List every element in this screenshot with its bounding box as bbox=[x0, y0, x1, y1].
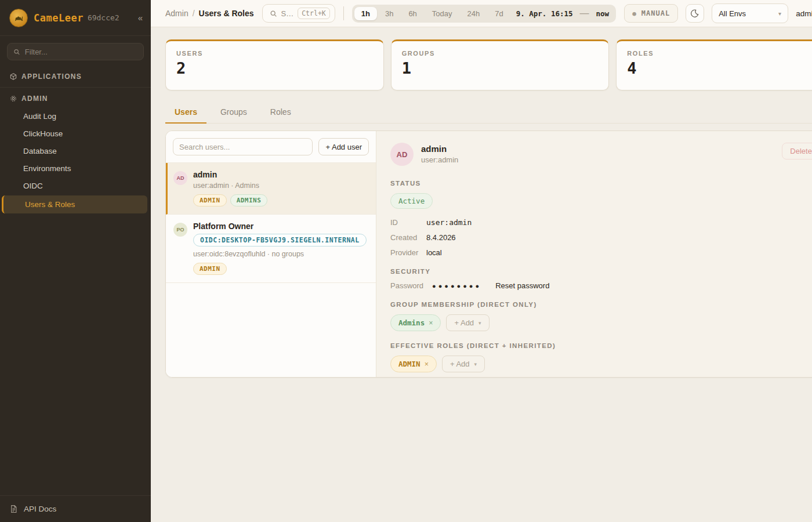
sidebar-item-oidc[interactable]: OIDC bbox=[0, 177, 151, 194]
detail-user-id: user:admin bbox=[421, 155, 458, 164]
section-admin[interactable]: ADMIN bbox=[0, 89, 151, 107]
role-chips: ADMIN × + Add ▾ bbox=[390, 356, 812, 372]
time-dash: — bbox=[579, 8, 590, 19]
password-label: Password bbox=[390, 281, 426, 290]
chevron-down-icon: ▾ bbox=[778, 10, 781, 17]
badge-row: ADMIN bbox=[193, 263, 367, 275]
avatar: AD bbox=[173, 171, 187, 185]
sidebar-filter-input[interactable] bbox=[25, 48, 137, 56]
breadcrumb-admin[interactable]: Admin bbox=[165, 9, 188, 18]
section-applications[interactable]: APPLICATIONS bbox=[0, 67, 151, 85]
refresh-mode-button[interactable]: ● MANUAL bbox=[624, 4, 678, 23]
role-chip-label: ADMIN bbox=[398, 360, 420, 368]
tab-users[interactable]: Users bbox=[165, 103, 206, 124]
sidebar-divider bbox=[0, 87, 151, 88]
breadcrumb-separator: / bbox=[193, 9, 195, 18]
range-6h-button[interactable]: 6h bbox=[401, 7, 423, 20]
remove-role-icon[interactable]: × bbox=[425, 360, 429, 368]
sidebar-nav: APPLICATIONS ADMIN Audit Log ClickHouse … bbox=[0, 67, 151, 495]
stat-card-users: USERS 2 bbox=[165, 39, 384, 90]
stats-row: USERS 2 GROUPS 1 ROLES 4 bbox=[165, 39, 812, 90]
status-heading: STATUS bbox=[390, 180, 812, 187]
user-sub: user:admin · Admins bbox=[193, 182, 267, 190]
range-7d-button[interactable]: 7d bbox=[488, 7, 510, 20]
sidebar: CameLeer 69dcce2 « APPLICATIONS ADMIN Au… bbox=[0, 0, 151, 522]
current-username: admin bbox=[796, 9, 812, 18]
avatar: PO bbox=[173, 223, 187, 237]
content: USERS 2 GROUPS 1 ROLES 4 Users Groups Ro… bbox=[151, 27, 812, 522]
created-label: Created bbox=[390, 233, 426, 242]
stat-users-label: USERS bbox=[176, 50, 373, 57]
stat-users-value: 2 bbox=[176, 59, 373, 77]
search-users-input[interactable] bbox=[173, 138, 313, 155]
id-label: ID bbox=[390, 218, 426, 227]
sidebar-header: CameLeer 69dcce2 « bbox=[0, 0, 151, 36]
stat-card-roles: ROLES 4 bbox=[616, 39, 812, 90]
range-today-button[interactable]: Today bbox=[425, 7, 459, 20]
user-list-item-platform-owner[interactable]: PO Platform Owner OIDC:DESKTOP-FB5VGJ9.S… bbox=[166, 215, 376, 283]
moon-icon bbox=[690, 9, 699, 18]
api-docs-label: API Docs bbox=[24, 505, 56, 513]
api-docs-link[interactable]: API Docs bbox=[0, 495, 151, 522]
sidebar-item-users-roles[interactable]: Users & Roles bbox=[2, 195, 147, 213]
provider-value: local bbox=[426, 248, 442, 257]
range-3h-button[interactable]: 3h bbox=[378, 7, 400, 20]
group-chip-label: Admins bbox=[398, 318, 425, 327]
global-search-placeholder: S… bbox=[281, 9, 294, 18]
cameleer-logo-icon bbox=[9, 9, 28, 27]
detail-user-name: admin bbox=[421, 144, 458, 154]
user-menu[interactable]: admin AD bbox=[796, 5, 812, 22]
user-list-item-admin[interactable]: AD admin user:admin · Admins ADMIN ADMIN… bbox=[166, 163, 376, 215]
add-role-button[interactable]: + Add ▾ bbox=[442, 356, 485, 372]
created-value: 8.4.2026 bbox=[426, 233, 456, 242]
section-applications-label: APPLICATIONS bbox=[21, 72, 82, 81]
add-role-label: + Add bbox=[450, 360, 470, 368]
sidebar-item-clickhouse[interactable]: ClickHouse bbox=[0, 125, 151, 142]
sidebar-item-audit-log[interactable]: Audit Log bbox=[0, 108, 151, 125]
search-icon bbox=[13, 48, 20, 56]
detail-row-created: Created 8.4.2026 bbox=[390, 233, 812, 242]
breadcrumb-current: Users & Roles bbox=[199, 9, 254, 18]
app-title: CameLeer bbox=[34, 12, 84, 24]
add-user-button[interactable]: + Add user bbox=[318, 138, 369, 155]
global-search-button[interactable]: S… Ctrl+K bbox=[262, 4, 335, 23]
sidebar-filter-box[interactable] bbox=[7, 43, 144, 60]
badge-row: ADMIN ADMINS bbox=[193, 194, 267, 206]
tab-roles[interactable]: Roles bbox=[261, 103, 300, 123]
chevron-down-icon: ▾ bbox=[474, 361, 477, 367]
user-name: admin bbox=[193, 170, 267, 179]
time-to[interactable]: now bbox=[592, 9, 614, 18]
avatar: AD bbox=[390, 143, 414, 166]
sidebar-collapse-icon[interactable]: « bbox=[138, 13, 143, 23]
time-from[interactable]: 9. Apr. 16:15 bbox=[512, 9, 578, 18]
refresh-mode-label: MANUAL bbox=[641, 9, 670, 17]
theme-toggle-button[interactable] bbox=[686, 4, 704, 23]
range-1h-button[interactable]: 1h bbox=[354, 7, 377, 20]
range-24h-button[interactable]: 24h bbox=[461, 7, 487, 20]
users-panel: + Add user AD admin user:admin · Admins … bbox=[165, 130, 812, 378]
tab-groups[interactable]: Groups bbox=[211, 103, 256, 123]
sidebar-filter-wrap bbox=[0, 36, 151, 67]
add-group-button[interactable]: + Add ▾ bbox=[446, 314, 489, 331]
group-chip-admins: Admins × bbox=[390, 314, 441, 331]
detail-row-id: ID user:admin bbox=[390, 218, 812, 227]
status-dot-icon: ● bbox=[632, 10, 637, 17]
delete-user-button[interactable]: Delete bbox=[782, 143, 812, 160]
sidebar-item-database[interactable]: Database bbox=[0, 143, 151, 160]
status-badge: Active bbox=[390, 193, 433, 209]
user-detail-column: AD admin user:admin Delete STATUS Active… bbox=[376, 131, 812, 377]
time-range-segment: 1h 3h 6h Today 24h 7d 9. Apr. 16:15 — no… bbox=[352, 5, 616, 23]
build-id: 69dcce2 bbox=[88, 13, 119, 22]
topbar-right: ● MANUAL All Envs ▾ admin AD bbox=[624, 3, 812, 23]
detail-header: AD admin user:admin bbox=[390, 143, 812, 166]
search-icon bbox=[270, 10, 277, 17]
role-badge: ADMIN bbox=[193, 263, 227, 275]
reset-password-link[interactable]: Reset password bbox=[495, 281, 549, 290]
env-selector[interactable]: All Envs ▾ bbox=[712, 3, 788, 23]
stat-card-groups: GROUPS 1 bbox=[391, 39, 610, 90]
remove-group-icon[interactable]: × bbox=[429, 319, 433, 327]
sidebar-item-environments[interactable]: Environments bbox=[0, 160, 151, 177]
stat-roles-value: 4 bbox=[627, 59, 812, 77]
detail-row-provider: Provider local bbox=[390, 248, 812, 257]
role-badge: ADMIN bbox=[193, 194, 227, 206]
